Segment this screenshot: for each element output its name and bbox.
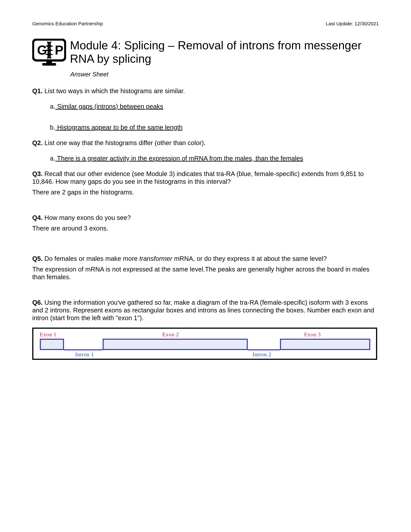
q5-italic: transformer — [140, 255, 172, 262]
q1-label: Q1. — [32, 87, 43, 95]
svg-rect-2 — [42, 63, 56, 66]
content-body: Q1. List two ways in which the histogram… — [32, 87, 379, 360]
q3-prompt: Q3. Recall that our other evidence (see … — [32, 170, 379, 185]
q5-answer: The expression of mRNA is not expressed … — [32, 265, 379, 281]
exon3-box — [280, 339, 370, 350]
q1-b-letter: b. — [50, 124, 55, 131]
q3-answer: There are 2 gaps in the histograms. — [32, 188, 379, 196]
q4-label: Q4. — [32, 214, 43, 221]
q3-label: Q3. — [32, 170, 43, 177]
q1-answer-a: a. Similar gaps (introns) between peaks — [50, 103, 379, 110]
label-exon2: Exon 2 — [162, 331, 179, 338]
q2-prompt: Q2. List one way that the histograms dif… — [32, 139, 379, 147]
q6-prompt: Q6. Using the information you've gathere… — [32, 299, 379, 322]
label-exon1: Exon 1 — [40, 331, 56, 338]
q2-answer-a: a. There is a greater activity in the ex… — [50, 154, 379, 162]
helix-icon — [47, 42, 51, 58]
exon2-box — [103, 339, 248, 350]
q5-prompt: Q5. Do females or males make more transf… — [32, 255, 379, 262]
q1-a-text: Similar gaps (introns) between peaks — [55, 103, 163, 110]
subtitle: Answer Sheet — [70, 71, 108, 78]
q4-prompt: Q4. How many exons do you see? — [32, 214, 379, 221]
org-name: Genomics Education Partnership — [32, 21, 103, 27]
q1-answer-b: b. Histograms appear to be of the same l… — [50, 124, 379, 131]
q6-text: Using the information you've gathered so… — [32, 299, 374, 322]
gep-logo: G P — [32, 39, 66, 67]
q5-text-post: mRNA, or do they express it at about the… — [172, 255, 327, 262]
q2-a-letter: a. — [50, 155, 55, 162]
q2-a-text: There is a greater activity in the expre… — [55, 155, 303, 162]
intron1-line — [64, 349, 103, 350]
label-intron2: Intron 2 — [252, 351, 271, 358]
label-intron1: Intron 1 — [75, 351, 94, 358]
logo-g: G — [37, 43, 47, 57]
last-update: Last Update: 12/30/2021 — [326, 21, 379, 27]
q6-label: Q6. — [32, 299, 43, 306]
q5-text-pre: Do females or males make more — [43, 255, 139, 262]
logo-p: P — [55, 43, 63, 57]
q1-prompt: Q1. List two ways in which the histogram… — [32, 87, 379, 95]
q2-label: Q2. — [32, 139, 43, 146]
q4-answer: There are around 3 exons. — [32, 224, 379, 232]
page-header: Genomics Education Partnership Last Upda… — [32, 21, 379, 27]
q1-b-text: Histograms appear to be of the same leng… — [55, 124, 182, 131]
exon1-box — [40, 339, 64, 350]
page-title: Module 4: Splicing – Removal of introns … — [70, 39, 379, 66]
title-block: G P Module 4: Splicing – Removal of intr… — [32, 39, 379, 67]
exon-intron-diagram: Exon 1 Intron 1 Exon 2 Intron 2 Exon 3 — [32, 328, 377, 360]
intron2-line — [248, 349, 280, 350]
q2-text: List one way that the histograms differ … — [43, 139, 206, 146]
q3-text: Recall that our other evidence (see Modu… — [32, 170, 364, 185]
q4-text: How many exons do you see? — [43, 214, 131, 221]
q5-label: Q5. — [32, 255, 43, 262]
q1-text: List two ways in which the histograms ar… — [43, 87, 185, 95]
svg-rect-1 — [47, 60, 52, 63]
q1-a-letter: a. — [50, 103, 55, 110]
label-exon3: Exon 3 — [304, 331, 321, 338]
